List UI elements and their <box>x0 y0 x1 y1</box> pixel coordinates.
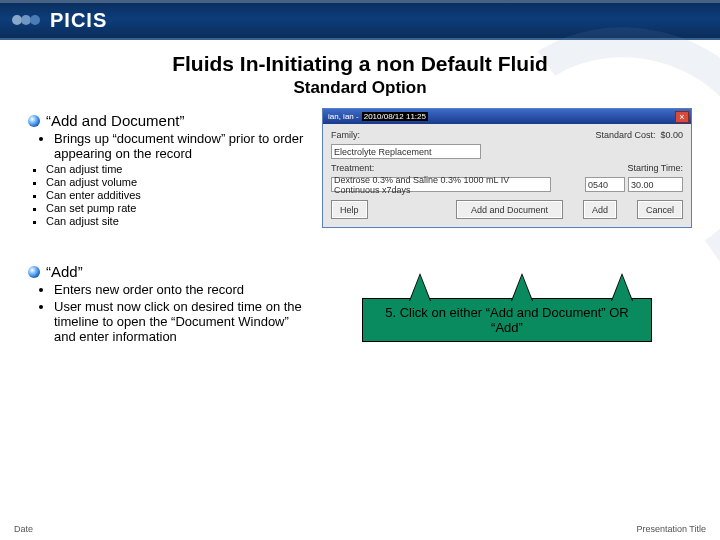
dialog-title-prefix: ian, ian - <box>328 112 359 121</box>
callout-text: 5. Click on either “Add and Document” OR… <box>385 305 629 335</box>
brand-logo: PICIS <box>0 0 720 40</box>
slide-subtitle: Standard Option <box>28 78 692 98</box>
starting-time-label: Starting Time: <box>627 163 683 173</box>
help-button[interactable]: Help <box>331 200 368 219</box>
instruction-callout: 5. Click on either “Add and Document” OR… <box>322 298 692 342</box>
slide-header: PICIS <box>0 0 720 40</box>
dialog-title-time: 2010/08/12 11:25 <box>362 112 428 121</box>
footer-date: Date <box>14 524 33 534</box>
brand-name: PICIS <box>50 9 107 32</box>
sub-bullet-item: Can adjust site <box>46 215 314 227</box>
family-label: Family: <box>331 130 360 140</box>
sphere-bullet-icon <box>28 266 40 278</box>
sphere-bullet-icon <box>28 115 40 127</box>
footer-title: Presentation Title <box>636 524 706 534</box>
text-column: “Add and Document” Brings up “document w… <box>28 108 314 346</box>
bullet-item: User must now click on desired time on t… <box>54 299 314 344</box>
sub-bullet-item: Can set pump rate <box>46 202 314 214</box>
add-button[interactable]: Add <box>583 200 617 219</box>
treatment-dialog: ian, ian - 2010/08/12 11:25 × Family: St… <box>322 108 692 228</box>
arrow-up-icon <box>410 275 430 301</box>
sub-bullet-item: Can adjust volume <box>46 176 314 188</box>
slide-title: Fluids In-Initiating a non Default Fluid <box>28 52 692 76</box>
treatment-select[interactable]: Dextrose 0.3% and Saline 0.3% 1000 mL IV… <box>331 177 551 192</box>
slide-footer: Date Presentation Title <box>0 524 720 534</box>
standard-cost-label: Standard Cost: <box>595 130 655 140</box>
dialog-titlebar: ian, ian - 2010/08/12 11:25 × <box>323 109 691 124</box>
section-heading: “Add and Document” <box>28 112 314 129</box>
starting-time-input[interactable]: 0540 <box>585 177 625 192</box>
arrow-up-icon <box>512 275 532 301</box>
close-icon[interactable]: × <box>675 111 689 123</box>
arrow-up-icon <box>612 275 632 301</box>
family-select[interactable]: Electrolyte Replacement <box>331 144 481 159</box>
treatment-label: Treatment: <box>331 163 374 173</box>
sub-bullet-item: Can adjust time <box>46 163 314 175</box>
section-heading: “Add” <box>28 263 314 280</box>
cancel-button[interactable]: Cancel <box>637 200 683 219</box>
add-and-document-button[interactable]: Add and Document <box>456 200 563 219</box>
bullet-item: Brings up “document window” prior to ord… <box>54 131 314 161</box>
sub-bullet-item: Can enter additives <box>46 189 314 201</box>
starting-spin-input[interactable]: 30.00 <box>628 177 683 192</box>
section-heading-text: “Add” <box>46 263 83 280</box>
logo-dot-icon <box>30 15 40 25</box>
standard-cost-value: $0.00 <box>660 130 683 140</box>
section-heading-text: “Add and Document” <box>46 112 184 129</box>
bullet-item: Enters new order onto the record <box>54 282 314 297</box>
